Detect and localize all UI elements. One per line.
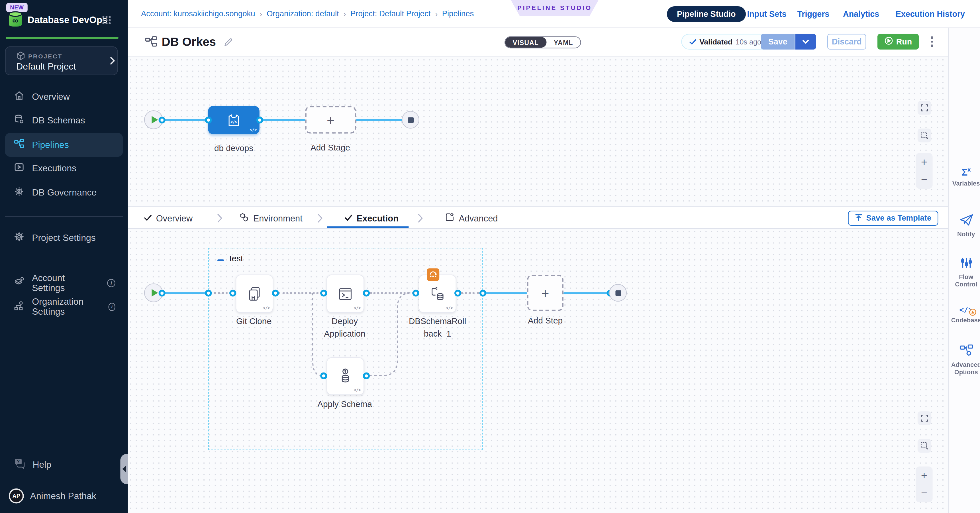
rail-label: Advanced Options [949,361,980,376]
toggle-visual[interactable]: VISUAL [505,37,546,48]
chevron-separator-icon [417,213,423,226]
info-icon[interactable]: i [108,303,115,311]
pipeline-end-node[interactable] [402,111,419,129]
multi-select-button[interactable] [918,439,931,452]
stage-canvas[interactable]: </> </> + db devops Add Stage + − [128,57,948,206]
zoom-in-button[interactable]: + [921,470,927,481]
connector-dot[interactable] [159,289,165,296]
rail-item-flow-control[interactable]: Flow Control [949,256,980,288]
save-as-template-button[interactable]: Save as Template [848,210,939,226]
tab-analytics[interactable]: Analytics [843,0,879,28]
check-icon [345,213,352,223]
execution-end-node[interactable] [609,284,627,302]
sidebar-item-organization-settings[interactable]: Organization Settings i [0,295,128,319]
codebase-icon: </> [959,304,973,315]
rail-item-advanced-options[interactable]: Advanced Options [949,344,980,376]
pipeline-studio-badge: PIPELINE STUDIO [511,0,598,16]
info-icon[interactable]: i [107,279,115,287]
zoom-out-button[interactable]: − [921,174,927,185]
code-badge: </> [446,305,453,311]
connector-dot[interactable] [159,116,165,123]
plus-icon: + [541,286,549,299]
breadcrumb-organization[interactable]: Organization: default [267,10,339,18]
collapse-arrow-icon [122,466,126,472]
run-button[interactable]: Run [877,34,919,49]
pipeline-toolbar: DB Orkes VISUAL YAML Validated 10s ago S… [128,28,948,57]
stage-config-tabbar: Overview Environment Execution Advanced … [128,206,948,229]
sidebar-collapse-handle[interactable] [120,454,127,484]
tab-overview[interactable]: Overview [144,207,192,229]
multi-select-button[interactable] [918,129,931,142]
breadcrumb-pipelines[interactable]: Pipelines [442,10,474,18]
edge-line [262,119,305,121]
play-icon [151,289,158,296]
rail-item-notify[interactable]: Notify [949,214,980,238]
fit-to-screen-button[interactable] [918,411,931,425]
tab-pipeline-studio[interactable]: Pipeline Studio [667,6,746,22]
tab-triggers[interactable]: Triggers [797,0,829,28]
chevron-separator-icon [217,213,223,226]
zoom-out-button[interactable]: − [921,488,927,499]
add-stage-button[interactable]: + [305,106,356,134]
add-step-button[interactable]: + [527,275,563,311]
discard-button[interactable]: Discard [827,34,866,49]
save-button[interactable]: Save [761,34,795,49]
breadcrumb-separator: › [435,9,438,19]
chevron-separator-icon [317,213,323,226]
edit-pencil-icon[interactable] [223,37,233,49]
sidebar-item-project-settings[interactable]: Project Settings [0,226,128,250]
code-badge: </> [353,387,361,393]
advanced-options-icon [959,348,973,358]
governance-gear-icon [14,186,24,199]
validated-status-badge: Validated 10s ago [681,34,769,49]
step-node-apply-schema[interactable]: </> [326,357,364,395]
breadcrumb-project[interactable]: Project: Default Project [350,10,430,18]
tab-environment[interactable]: Environment [239,207,302,229]
rail-item-variables[interactable]: Σx Variables [949,167,980,187]
sidebar-item-db-governance[interactable]: DB Governance [0,181,128,205]
step-node-deploy-application[interactable]: </> [326,275,364,313]
sidebar-item-overview[interactable]: Overview [0,84,128,108]
user-menu[interactable]: AP Animesh Pathak [0,484,128,508]
layers-gear-icon [14,276,24,289]
sidebar-item-account-settings[interactable]: Account Settings i [0,271,128,295]
sidebar-item-label: Overview [32,91,70,102]
plus-icon: + [327,113,334,126]
run-label: Run [896,37,912,46]
check-icon [689,36,696,48]
sidebar-item-db-schemas[interactable]: DB Schemas [0,108,128,132]
execution-canvas[interactable]: test </> </> [128,229,948,513]
brand-divider [6,37,119,39]
sidebar-item-executions[interactable]: Executions [0,156,128,180]
more-options-kebab[interactable] [927,34,937,49]
check-icon [144,213,151,223]
project-selector[interactable]: PROJECT Default Project [5,46,118,75]
tab-input-sets[interactable]: Input Sets [747,0,786,28]
save-dropdown-button[interactable] [795,34,816,49]
app-grid-icon[interactable] [102,15,111,28]
add-stage-label: Add Stage [302,142,358,154]
sidebar-item-label: Executions [32,163,76,173]
sidebar-item-help[interactable]: ? Help [0,452,128,476]
fit-to-screen-button[interactable] [918,101,931,115]
tab-execution-history[interactable]: Execution History [896,0,965,28]
rail-item-codebase[interactable]: </> Codebase [949,304,980,324]
svg-text:∞: ∞ [12,16,18,25]
play-icon [151,116,158,123]
rail-label: Variables [949,180,980,187]
user-name: Animesh Pathak [30,491,96,501]
connector-dot[interactable] [205,116,212,123]
validated-label: Validated [699,37,732,46]
toggle-yaml[interactable]: YAML [546,37,581,48]
tab-advanced[interactable]: Advanced [445,207,498,229]
step-label: Git Clone [226,315,282,328]
zoom-in-button[interactable]: + [921,156,927,167]
sidebar: NEW ∞ Database DevOps PROJECT Default Pr… [0,0,128,513]
cube-icon [16,51,25,63]
stage-node-db-devops[interactable]: </> </> [208,106,259,134]
branch-curves [128,229,948,513]
sidebar-item-pipelines[interactable]: Pipelines [5,133,123,157]
breadcrumb-account[interactable]: Account: kurosakiichigo.songoku [141,10,255,18]
step-node-git-clone[interactable]: </> [235,275,273,313]
sidebar-item-label: Help [32,460,51,470]
